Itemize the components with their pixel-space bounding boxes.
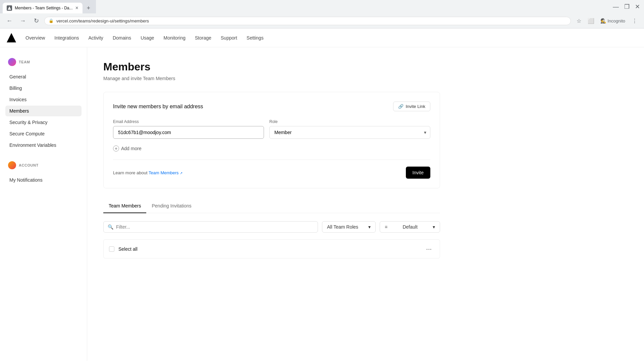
team-avatar: [8, 58, 16, 66]
sidebar-item-invoices[interactable]: Invoices: [5, 94, 82, 105]
forward-button[interactable]: →: [17, 15, 28, 26]
role-group: Role Member Owner Viewer Contributor ▾: [269, 119, 430, 139]
sidebar-item-members[interactable]: Members: [5, 106, 82, 116]
layout: TEAM General Billing Invoices Members Se…: [0, 47, 644, 361]
incognito-badge[interactable]: 🕵 Incognito: [598, 17, 628, 25]
members-tabs: Team Members Pending Invitations: [103, 199, 440, 213]
address-bar[interactable]: 🔒 vercel.com/teams/redesign-ui/settings/…: [44, 17, 571, 25]
team-section: TEAM General Billing Invoices Members Se…: [5, 55, 82, 150]
link-icon: 🔗: [398, 104, 404, 109]
select-all-left: Select all: [109, 246, 138, 252]
nav-integrations[interactable]: Integrations: [50, 33, 83, 43]
invite-link-button[interactable]: 🔗 Invite Link: [393, 102, 430, 111]
filter-bar: 🔍 All Team Roles ▾ ≡ Default ▾: [103, 221, 440, 233]
email-group: Email Address: [113, 119, 264, 139]
add-more-circle-icon: +: [113, 145, 119, 152]
filter-search-input[interactable]: [116, 224, 314, 230]
external-link-icon: ↗: [180, 171, 182, 175]
invite-button[interactable]: Invite: [406, 167, 430, 179]
browser-tabs: Members - Team Settings - Da... × +: [0, 0, 96, 13]
nav-overview[interactable]: Overview: [21, 33, 49, 43]
sort-icon: ≡: [385, 224, 387, 230]
close-window-button[interactable]: ✕: [634, 2, 641, 12]
bookmark-button[interactable]: ☆: [574, 15, 584, 26]
address-icon: 🔒: [49, 18, 54, 23]
profile-button[interactable]: ⬜: [586, 15, 596, 26]
sort-chevron-icon: ▾: [433, 224, 435, 230]
search-icon: 🔍: [108, 224, 113, 230]
browser-toolbar: ← → ↻ 🔒 vercel.com/teams/redesign-ui/set…: [0, 13, 644, 28]
nav-support[interactable]: Support: [217, 33, 241, 43]
all-team-roles-dropdown[interactable]: All Team Roles ▾: [322, 221, 376, 233]
nav-settings[interactable]: Settings: [243, 33, 268, 43]
tab-pending-invitations[interactable]: Pending Invitations: [146, 199, 197, 213]
more-options-button[interactable]: ⋮: [629, 15, 640, 26]
nav-activity[interactable]: Activity: [85, 33, 107, 43]
account-header: ACCOUNT: [5, 159, 82, 172]
page-title: Members: [103, 61, 440, 73]
tab-favicon: [7, 5, 12, 11]
team-label: TEAM: [19, 60, 30, 64]
invite-form-row: Email Address Role Member Owner Viewer C…: [113, 119, 430, 139]
select-all-row: Select all ···: [103, 239, 440, 258]
sidebar: TEAM General Billing Invoices Members Se…: [0, 47, 87, 361]
invite-footer: Learn more about Team Members ↗ Invite: [113, 160, 430, 179]
invite-card: Invite new members by email address 🔗 In…: [103, 92, 440, 188]
svg-marker-0: [8, 6, 11, 10]
invite-header: Invite new members by email address 🔗 In…: [113, 102, 430, 111]
learn-more-text: Learn more about Team Members ↗: [113, 170, 182, 175]
new-tab-button[interactable]: +: [84, 3, 93, 13]
invite-link-label: Invite Link: [406, 104, 425, 109]
incognito-icon: 🕵: [600, 18, 606, 23]
invite-card-title: Invite new members by email address: [113, 104, 203, 110]
sidebar-item-billing[interactable]: Billing: [5, 83, 82, 94]
toolbar-actions: ☆ ⬜ 🕵 Incognito ⋮: [574, 15, 640, 26]
nav-usage[interactable]: Usage: [137, 33, 158, 43]
maximize-button[interactable]: ❐: [623, 2, 631, 12]
team-account-header: TEAM: [5, 55, 82, 69]
nav-domains[interactable]: Domains: [109, 33, 135, 43]
page-subtitle: Manage and invite Team Members: [103, 76, 440, 81]
all-team-roles-label: All Team Roles: [327, 224, 358, 230]
role-label: Role: [269, 119, 430, 124]
account-section: ACCOUNT My Notifications: [5, 159, 82, 185]
select-all-checkbox[interactable]: [109, 246, 114, 252]
add-more-button[interactable]: + Add more: [113, 144, 142, 153]
account-avatar: [8, 161, 16, 169]
back-button[interactable]: ←: [4, 15, 15, 26]
sidebar-item-general[interactable]: General: [5, 71, 82, 82]
nav-storage[interactable]: Storage: [191, 33, 215, 43]
role-select-wrapper: Member Owner Viewer Contributor ▾: [269, 126, 430, 139]
add-more-label: Add more: [121, 146, 142, 151]
app-nav: Overview Integrations Activity Domains U…: [0, 28, 644, 47]
filter-search-container: 🔍: [103, 221, 318, 233]
sort-dropdown[interactable]: ≡ Default ▾: [380, 221, 440, 233]
minimize-button[interactable]: —: [611, 2, 620, 12]
active-tab[interactable]: Members - Team Settings - Da... ×: [3, 3, 83, 13]
sort-label: Default: [402, 224, 417, 230]
window-controls: — ❐ ✕: [611, 2, 644, 12]
email-label: Email Address: [113, 119, 264, 124]
tab-team-members[interactable]: Team Members: [103, 199, 146, 213]
email-input[interactable]: [113, 126, 264, 139]
vercel-logo: [7, 33, 16, 43]
refresh-button[interactable]: ↻: [31, 15, 42, 26]
role-select[interactable]: Member Owner Viewer Contributor: [269, 126, 430, 139]
select-all-label: Select all: [118, 246, 138, 252]
sidebar-item-env-vars[interactable]: Environment Variables: [5, 140, 82, 150]
tab-close-button[interactable]: ×: [75, 5, 78, 11]
roles-chevron-icon: ▾: [368, 224, 371, 230]
sidebar-item-my-notifications[interactable]: My Notifications: [5, 175, 82, 185]
sidebar-item-secure-compute[interactable]: Secure Compute: [5, 128, 82, 139]
team-members-link[interactable]: Team Members: [149, 170, 179, 175]
main-content: Members Manage and invite Team Members I…: [87, 47, 456, 361]
address-url: vercel.com/teams/redesign-ui/settings/me…: [56, 18, 567, 23]
incognito-label: Incognito: [607, 18, 625, 23]
row-more-button[interactable]: ···: [423, 244, 434, 254]
browser-chrome: Members - Team Settings - Da... × + — ❐ …: [0, 0, 644, 28]
sidebar-item-security[interactable]: Security & Privacy: [5, 117, 82, 128]
tab-title: Members - Team Settings - Da...: [15, 6, 73, 10]
account-label: ACCOUNT: [19, 163, 39, 167]
nav-monitoring[interactable]: Monitoring: [160, 33, 190, 43]
